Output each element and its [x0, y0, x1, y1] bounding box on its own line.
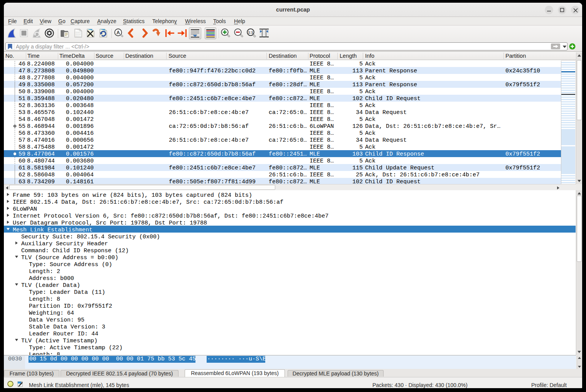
svg-text:1:1: 1:1: [248, 30, 253, 34]
svg-text:0111: 0111: [76, 35, 81, 38]
svg-text:A: A: [116, 30, 120, 35]
